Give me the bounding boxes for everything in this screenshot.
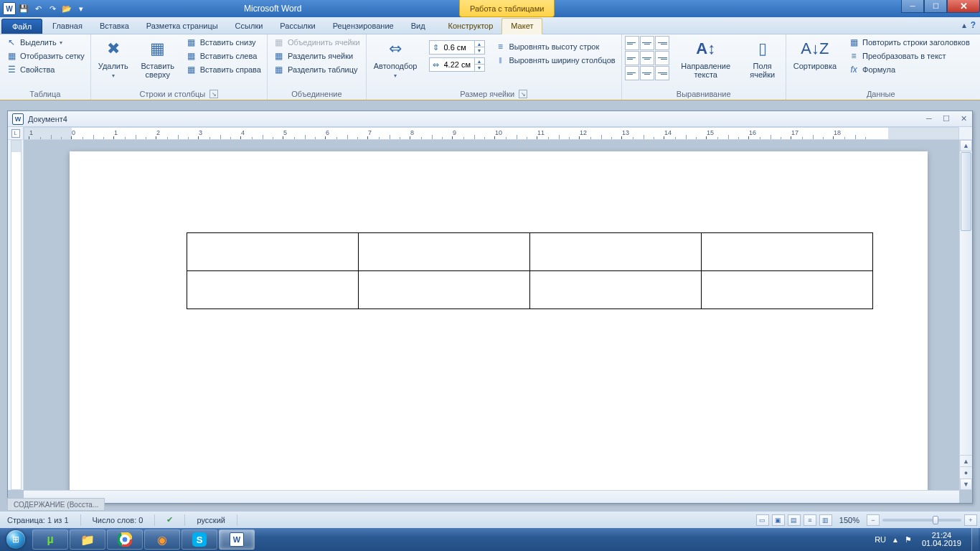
tab-home[interactable]: Главная <box>44 19 91 34</box>
tray-action-center-icon[interactable]: ⚑ <box>905 535 912 545</box>
insert-below-button[interactable]: ▦Вставить снизу <box>183 36 264 49</box>
align-tc[interactable] <box>640 36 654 50</box>
table-cell[interactable] <box>187 233 359 271</box>
view-gridlines-button[interactable]: ▦Отобразить сетку <box>3 50 88 62</box>
taskbar-explorer[interactable]: 📁 <box>70 529 105 550</box>
insert-above-button[interactable]: ▦ Вставить сверху <box>136 36 180 80</box>
table-cell[interactable] <box>359 271 530 309</box>
status-word-count[interactable]: Число слов: 0 <box>88 516 148 524</box>
align-bl[interactable] <box>625 66 639 80</box>
scroll-up-button[interactable]: ▲ <box>960 140 972 151</box>
table-cell[interactable] <box>530 271 702 309</box>
scroll-down-button[interactable]: ▼ <box>960 479 972 490</box>
taskbar-skype[interactable]: S <box>182 529 217 550</box>
col-width-down[interactable]: ▼ <box>474 65 484 71</box>
row-height-up[interactable]: ▲ <box>474 41 484 47</box>
tab-page-layout[interactable]: Разметка страницы <box>138 19 227 34</box>
view-print-layout[interactable]: ▭ <box>756 514 769 526</box>
align-bc[interactable] <box>640 66 654 80</box>
minimized-doc-tab[interactable]: СОДЕРЖАНИЕ (Восста... <box>7 498 105 511</box>
cell-size-dialog-launcher[interactable]: ↘ <box>519 90 527 98</box>
document-table[interactable] <box>187 232 873 309</box>
col-width-input[interactable] <box>443 58 474 71</box>
insert-left-button[interactable]: ▦Вставить слева <box>183 50 264 62</box>
zoom-slider[interactable] <box>882 519 961 522</box>
document-page[interactable] <box>70 151 928 503</box>
col-width-spinner[interactable]: ⇔ ▲▼ <box>429 57 485 72</box>
tab-view[interactable]: Вид <box>402 19 434 34</box>
table-cell[interactable] <box>187 271 359 309</box>
taskbar-chrome[interactable] <box>107 529 143 550</box>
maximize-button[interactable]: ☐ <box>924 0 947 13</box>
tab-table-design[interactable]: Конструктор <box>440 19 502 34</box>
formula-button[interactable]: fxФормула <box>845 63 973 76</box>
table-cell[interactable] <box>359 233 530 271</box>
convert-to-text-button[interactable]: ≡Преобразовать в текст <box>845 50 973 62</box>
autofit-button[interactable]: ⇔ Автоподбор ▾ <box>369 36 422 82</box>
zoom-out-button[interactable]: − <box>867 514 880 526</box>
distribute-cols-button[interactable]: ⦀Выровнять ширину столбцов <box>492 54 618 67</box>
close-button[interactable]: ✕ <box>947 0 980 13</box>
qat-undo-icon[interactable]: ↶ <box>32 2 44 15</box>
row-height-input[interactable] <box>443 41 474 54</box>
view-draft[interactable]: ▥ <box>819 514 832 526</box>
distribute-rows-button[interactable]: ≡Выровнять высоту строк <box>492 40 618 53</box>
rows-columns-dialog-launcher[interactable]: ↘ <box>209 90 218 98</box>
view-outline[interactable]: ≡ <box>804 514 816 526</box>
vertical-ruler[interactable] <box>11 140 22 490</box>
view-fullscreen[interactable]: ▣ <box>772 514 785 526</box>
tray-clock[interactable]: 21:24 01.04.2019 <box>918 532 966 547</box>
start-button[interactable]: ⊞ <box>0 528 32 551</box>
tab-selector[interactable]: L <box>8 127 24 140</box>
col-width-up[interactable]: ▲ <box>474 58 484 65</box>
ribbon-minimize-icon[interactable]: ▴ <box>962 20 966 30</box>
zoom-in-button[interactable]: + <box>964 514 977 526</box>
row-height-down[interactable]: ▼ <box>474 47 484 54</box>
doc-maximize-button[interactable]: ☐ <box>941 113 952 123</box>
zoom-level[interactable]: 150% <box>835 516 864 524</box>
browse-object-button[interactable]: ● <box>960 466 972 478</box>
vertical-scrollbar[interactable]: ▲ ▲ ● ▼ <box>959 140 972 490</box>
doc-minimize-button[interactable]: ─ <box>923 113 935 123</box>
horizontal-ruler[interactable]: 10123456789101112131415161718 <box>24 127 959 140</box>
taskbar-media-player[interactable]: ◉ <box>144 529 180 550</box>
help-icon[interactable]: ? <box>971 20 976 30</box>
align-tl[interactable] <box>625 36 639 50</box>
tab-references[interactable]: Ссылки <box>227 19 272 34</box>
tab-review[interactable]: Рецензирование <box>324 19 402 34</box>
cell-margins-button[interactable]: ▯ Поля ячейки <box>743 36 783 80</box>
show-desktop-button[interactable] <box>971 528 979 551</box>
align-mc[interactable] <box>640 51 654 65</box>
horizontal-scrollbar[interactable] <box>24 490 959 503</box>
repeat-header-button[interactable]: ▦Повторить строки заголовков <box>845 36 973 49</box>
view-web[interactable]: ▤ <box>788 514 801 526</box>
table-cell[interactable] <box>702 271 873 309</box>
tray-language[interactable]: RU <box>875 535 886 544</box>
zoom-slider-knob[interactable] <box>933 516 938 524</box>
align-br[interactable] <box>655 66 669 80</box>
doc-close-button[interactable]: ✕ <box>958 113 969 123</box>
status-language[interactable]: русский <box>192 516 229 524</box>
properties-button[interactable]: ☰Свойства <box>3 63 88 76</box>
taskbar-word[interactable]: W <box>219 529 255 550</box>
status-page[interactable]: Страница: 1 из 1 <box>3 516 73 524</box>
align-mr[interactable] <box>655 51 669 65</box>
taskbar-utorrent[interactable]: µ <box>32 529 68 550</box>
prev-page-button[interactable]: ▲ <box>960 455 972 466</box>
minimize-button[interactable]: ─ <box>901 0 924 13</box>
insert-right-button[interactable]: ▦Вставить справа <box>183 63 264 76</box>
qat-redo-icon[interactable]: ↷ <box>46 2 59 15</box>
tray-show-hidden-icon[interactable]: ▲ <box>892 536 899 544</box>
tab-mailings[interactable]: Рассылки <box>271 19 324 34</box>
align-tr[interactable] <box>655 36 669 50</box>
qat-save-icon[interactable]: 💾 <box>17 2 30 15</box>
delete-button[interactable]: ✖ Удалить ▾ <box>94 36 133 82</box>
status-spellcheck[interactable]: ✔ <box>162 515 177 524</box>
qat-customize-icon[interactable]: ▾ <box>75 2 88 15</box>
select-button[interactable]: ↖Выделить▾ <box>3 36 88 49</box>
tab-insert[interactable]: Вставка <box>91 19 138 34</box>
split-cells-button[interactable]: ▦Разделить ячейки <box>270 50 363 62</box>
table-cell[interactable] <box>530 233 702 271</box>
align-ml[interactable] <box>625 51 639 65</box>
qat-open-icon[interactable]: 📂 <box>60 2 73 15</box>
